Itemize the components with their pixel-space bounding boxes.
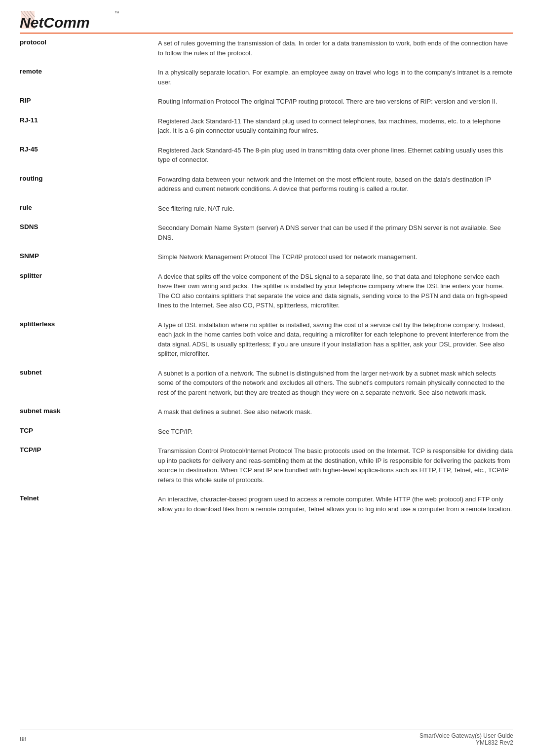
table-row: subnetA subnet is a portion of a network… xyxy=(20,364,513,403)
definition-cell: A device that splits off the voice compo… xyxy=(153,267,513,315)
definition-cell: Registered Jack Standard-45 The 8-pin pl… xyxy=(153,141,513,170)
term-cell: splitterless xyxy=(20,315,153,364)
term-cell: remote xyxy=(20,63,153,92)
netcomm-logo: .logo-font { font-family: 'Arial Black',… xyxy=(20,9,128,31)
term-cell: RJ-45 xyxy=(20,141,153,170)
footer-guide-title: SmartVoice Gateway(s) User Guide xyxy=(419,732,513,739)
term-cell: Telnet xyxy=(20,490,153,519)
definition-cell: An interactive, character-based program … xyxy=(153,490,513,519)
definition-cell: Transmission Control Protocol/Internet P… xyxy=(153,441,513,490)
footer-right: SmartVoice Gateway(s) User Guide YML832 … xyxy=(419,732,513,746)
definition-cell: Secondary Domain Name System (server) A … xyxy=(153,218,513,247)
logo-area: .logo-font { font-family: 'Arial Black',… xyxy=(20,9,128,31)
definition-cell: Forwarding data between your network and… xyxy=(153,170,513,199)
table-row: ruleSee filtering rule, NAT rule. xyxy=(20,199,513,219)
term-cell: TCP/IP xyxy=(20,441,153,490)
term-cell: SDNS xyxy=(20,218,153,247)
table-row: RIPRouting Information Protocol The orig… xyxy=(20,92,513,112)
table-row: TCPSee TCP/IP. xyxy=(20,422,513,442)
table-row: remoteIn a physically separate location.… xyxy=(20,63,513,92)
definition-cell: Registered Jack Standard-11 The standard… xyxy=(153,112,513,141)
footer-doc-code: YML832 Rev2 xyxy=(419,739,513,746)
term-cell: RJ-11 xyxy=(20,112,153,141)
table-row: subnet maskA mask that defines a subnet.… xyxy=(20,402,513,422)
term-cell: SNMP xyxy=(20,247,153,267)
page-footer: 88 SmartVoice Gateway(s) User Guide YML8… xyxy=(20,729,513,746)
glossary-table: protocolA set of rules governing the tra… xyxy=(20,34,513,519)
term-cell: rule xyxy=(20,199,153,219)
definition-cell: A mask that defines a subnet. See also n… xyxy=(153,402,513,422)
term-cell: TCP xyxy=(20,422,153,442)
definition-cell: See TCP/IP. xyxy=(153,422,513,442)
definition-cell: In a physically separate location. For e… xyxy=(153,63,513,92)
table-row: RJ-45Registered Jack Standard-45 The 8-p… xyxy=(20,141,513,170)
term-cell: subnet xyxy=(20,364,153,403)
table-row: splitterlessA type of DSL installation w… xyxy=(20,315,513,364)
svg-text:™: ™ xyxy=(114,10,119,16)
term-cell: protocol xyxy=(20,34,153,63)
page-header: .logo-font { font-family: 'Arial Black',… xyxy=(20,0,513,34)
term-cell: splitter xyxy=(20,267,153,315)
table-row: SDNSSecondary Domain Name System (server… xyxy=(20,218,513,247)
table-row: SNMPSimple Network Management Protocol T… xyxy=(20,247,513,267)
term-cell: routing xyxy=(20,170,153,199)
definition-cell: A type of DSL installation where no spli… xyxy=(153,315,513,364)
page-number: 88 xyxy=(20,736,26,743)
definition-cell: A subnet is a portion of a network. The … xyxy=(153,364,513,403)
table-row: protocolA set of rules governing the tra… xyxy=(20,34,513,63)
table-row: routingForwarding data between your netw… xyxy=(20,170,513,199)
definition-cell: Routing Information Protocol The origina… xyxy=(153,92,513,112)
definition-cell: See filtering rule, NAT rule. xyxy=(153,199,513,219)
term-cell: subnet mask xyxy=(20,402,153,422)
definition-cell: Simple Network Management Protocol The T… xyxy=(153,247,513,267)
term-cell: RIP xyxy=(20,92,153,112)
table-row: TCP/IPTransmission Control Protocol/Inte… xyxy=(20,441,513,490)
table-row: RJ-11Registered Jack Standard-11 The sta… xyxy=(20,112,513,141)
definition-cell: A set of rules governing the transmissio… xyxy=(153,34,513,63)
svg-text:NetComm: NetComm xyxy=(20,14,90,31)
table-row: TelnetAn interactive, character-based pr… xyxy=(20,490,513,519)
table-row: splitterA device that splits off the voi… xyxy=(20,267,513,315)
